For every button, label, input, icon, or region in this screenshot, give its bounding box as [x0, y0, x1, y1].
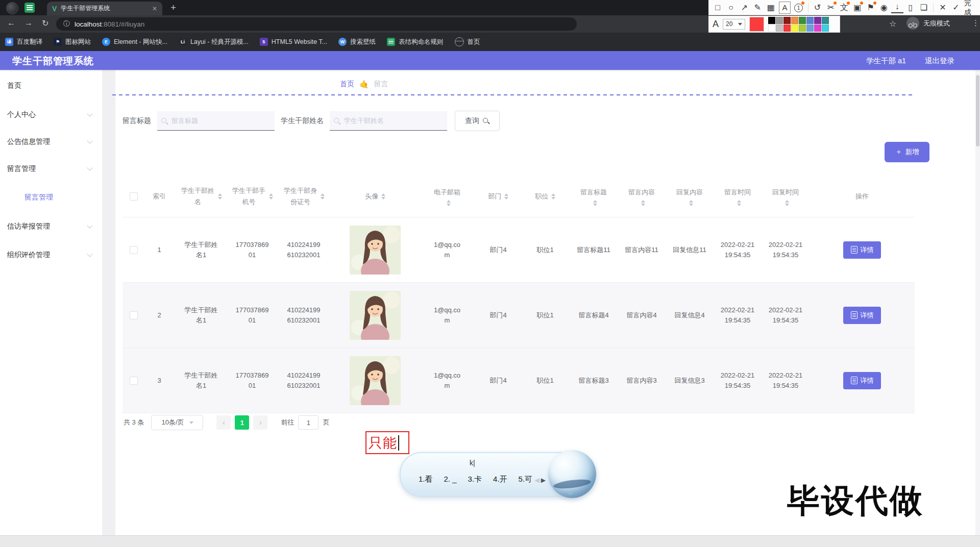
current-color-swatch[interactable] — [749, 17, 764, 32]
site-info-icon[interactable]: ⓘ — [63, 19, 70, 29]
scrollbar-thumb[interactable] — [976, 75, 979, 146]
add-button[interactable]: ＋新增 — [885, 142, 929, 162]
sidebar-item-messages[interactable]: 留言管理 — [7, 163, 97, 173]
row-checkbox[interactable] — [130, 246, 138, 254]
sort-header[interactable]: 留言时间 — [714, 187, 762, 206]
palette-color[interactable] — [814, 17, 821, 24]
device-tool-icon[interactable]: ▯ — [904, 1, 917, 15]
rect-tool-icon[interactable]: □ — [712, 1, 724, 15]
row-checkbox[interactable] — [130, 311, 138, 319]
palette-color[interactable] — [822, 24, 829, 32]
new-tab-button[interactable]: + — [170, 1, 176, 14]
palette-color[interactable] — [806, 17, 814, 24]
breadcrumb-home[interactable]: 首页 — [340, 80, 354, 89]
font-size-select[interactable]: 20 — [723, 19, 745, 30]
sort-caret-icon[interactable] — [447, 200, 451, 206]
sort-header[interactable]: 头像 — [332, 191, 419, 202]
palette-color[interactable] — [799, 24, 806, 32]
detail-button[interactable]: 详情 — [843, 372, 881, 389]
browser-logo-icon[interactable] — [6, 2, 18, 14]
palette-color[interactable] — [783, 24, 791, 32]
sort-header[interactable]: 电子邮箱 — [419, 187, 476, 206]
palette-color[interactable] — [806, 24, 814, 32]
sidebar-item-home[interactable]: 首页 — [7, 80, 97, 90]
sidebar-subitem-messages[interactable]: 留言管理 — [24, 193, 53, 202]
ime-candidate[interactable]: 1.看 — [419, 475, 433, 484]
ime-candidate[interactable]: 5.可 — [519, 475, 533, 484]
sort-caret-icon[interactable] — [641, 200, 645, 206]
current-page-button[interactable]: 1 — [235, 415, 249, 430]
message-title-input[interactable] — [157, 111, 275, 131]
prev-page-button[interactable]: ‹ — [216, 415, 231, 430]
bookmark-item[interactable]: 表结构命名规则 — [387, 38, 444, 46]
number-badge-tool-icon[interactable]: 1 — [793, 1, 805, 15]
sort-header[interactable]: 回复内容 — [666, 187, 714, 206]
tab-close-icon[interactable]: ✕ — [152, 5, 157, 12]
ime-page-arrows[interactable]: ◀▶ — [535, 477, 546, 484]
palette-color[interactable] — [791, 17, 798, 24]
sort-caret-icon[interactable] — [551, 193, 555, 200]
copy-tool-icon[interactable]: ❏ — [918, 1, 930, 15]
bookmark-item[interactable]: EElement - 网站快... — [102, 38, 167, 46]
palette-color[interactable] — [776, 17, 783, 24]
sort-header[interactable]: 回复时间 — [762, 187, 810, 206]
palette-color[interactable] — [768, 17, 775, 24]
sort-caret-icon[interactable] — [689, 200, 693, 206]
palette-color[interactable] — [768, 24, 775, 32]
select-all-checkbox[interactable] — [130, 192, 138, 201]
download-icon[interactable]: ↓ — [891, 1, 903, 13]
arrow-tool-icon[interactable]: ↗ — [738, 1, 750, 15]
sort-header[interactable]: 学生干部身份证号 — [276, 185, 332, 208]
sidebar-item-announcements[interactable]: 公告信息管理 — [7, 136, 97, 146]
cut-icon[interactable]: ✂ — [825, 1, 837, 15]
bookmark-item[interactable]: 译百度翻译 — [5, 38, 42, 46]
sort-caret-icon[interactable] — [381, 193, 385, 200]
next-page-button[interactable]: › — [253, 415, 267, 430]
palette-color[interactable] — [783, 17, 791, 24]
sidebar-item-evaluation[interactable]: 组织评价管理 — [7, 250, 97, 260]
sort-header[interactable]: 留言标题 — [570, 187, 618, 206]
bookmark-item[interactable]: ⚑图标网站 — [54, 38, 91, 46]
sort-caret-icon[interactable] — [269, 193, 273, 200]
per-page-select[interactable]: 10条/页 — [151, 415, 203, 430]
sort-caret-icon[interactable] — [504, 193, 508, 200]
sort-header[interactable]: 学生干部手机号 — [229, 185, 276, 208]
sort-caret-icon[interactable] — [737, 200, 741, 206]
query-button[interactable]: 查询 — [455, 111, 500, 131]
bookmark-item[interactable]: LiLayui - 经典开源模... — [179, 38, 249, 46]
reload-icon[interactable]: ↻ — [42, 18, 48, 28]
palette-color[interactable] — [822, 17, 829, 24]
bookmark-item[interactable]: 首页 — [455, 37, 480, 46]
extract-text-tool-icon[interactable]: ▣ — [851, 1, 864, 15]
sort-caret-icon[interactable] — [593, 200, 597, 206]
page-number-input[interactable] — [298, 415, 318, 430]
translate-tool-icon[interactable]: 文 — [838, 1, 850, 15]
browser-menu-icon[interactable]: ⋮ — [972, 18, 979, 28]
logout-link[interactable]: 退出登录 — [925, 56, 954, 66]
text-tool-icon[interactable]: A — [779, 2, 790, 14]
record-tool-icon[interactable]: ◉ — [878, 1, 890, 15]
cadre-name-input[interactable] — [330, 111, 447, 131]
ime-candidate[interactable]: 4.开 — [493, 475, 507, 484]
sort-header[interactable]: 留言内容 — [618, 187, 666, 206]
palette-color[interactable] — [776, 24, 783, 32]
ime-candidate[interactable]: 2. _ — [444, 475, 457, 484]
ime-candidate[interactable]: 3.卡 — [468, 475, 482, 484]
done-check-icon[interactable]: ✓ — [950, 1, 962, 15]
sidebar-item-profile[interactable]: 个人中心 — [7, 109, 97, 119]
bookmark-star-icon[interactable]: ☆ — [889, 19, 896, 29]
palette-color[interactable] — [791, 24, 798, 32]
pin-tool-icon[interactable]: ⚑ — [865, 1, 877, 15]
address-bar[interactable]: ⓘ localhost:8081/#/liuyan — [56, 17, 577, 31]
back-icon[interactable]: ← — [7, 18, 15, 28]
ime-logo-sphere[interactable]: ❄ — [548, 450, 596, 498]
current-user[interactable]: 学生干部 a1 — [866, 56, 906, 66]
sort-header[interactable]: 学生干部姓名 — [174, 185, 229, 208]
forward-icon[interactable]: → — [24, 18, 33, 28]
mosaic-tool-icon[interactable]: ▦ — [765, 1, 777, 15]
sort-caret-icon[interactable] — [785, 200, 789, 206]
sort-header[interactable]: 部门 — [476, 191, 521, 202]
sheets-extension-icon[interactable] — [24, 3, 35, 13]
row-checkbox[interactable] — [130, 377, 138, 385]
undo-icon[interactable]: ↺ — [812, 1, 824, 15]
